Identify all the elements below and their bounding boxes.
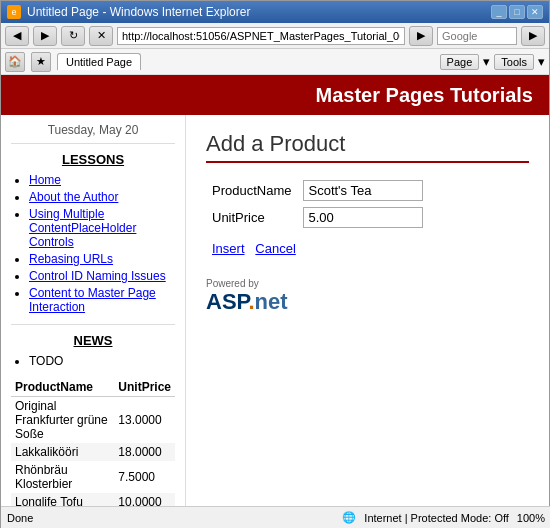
list-item: TODO bbox=[29, 354, 175, 368]
page-chevron-icon: ▾ bbox=[483, 54, 490, 69]
sidebar: Tuesday, May 20 LESSONS Home About the A… bbox=[1, 115, 186, 521]
zoom-level: 100% bbox=[517, 512, 545, 524]
lessons-title: LESSONS bbox=[11, 152, 175, 167]
tools-button[interactable]: Tools bbox=[494, 54, 534, 70]
header-title: Master Pages Tutorials bbox=[316, 84, 533, 107]
cancel-link[interactable]: Cancel bbox=[255, 241, 295, 256]
product-name-cell: Rhönbräu Klosterbier bbox=[11, 461, 114, 493]
home-link[interactable]: Home bbox=[29, 173, 61, 187]
back-btn[interactable]: ◀ bbox=[5, 26, 29, 46]
window-controls[interactable]: _ □ ✕ bbox=[491, 5, 543, 19]
content-wrapper: Tuesday, May 20 LESSONS Home About the A… bbox=[1, 115, 549, 521]
lessons-list: Home About the Author Using Multiple Con… bbox=[11, 173, 175, 314]
col-unitprice: UnitPrice bbox=[114, 378, 175, 397]
rebasing-link[interactable]: Rebasing URLs bbox=[29, 252, 113, 266]
ie-icon-status: 🌐 bbox=[342, 511, 356, 524]
go-btn[interactable]: ▶ bbox=[409, 26, 433, 46]
sidebar-divider bbox=[11, 324, 175, 325]
aspnet-logo: Powered by ASP.net bbox=[206, 278, 529, 315]
sidebar-date: Tuesday, May 20 bbox=[11, 123, 175, 144]
ie-icon: e bbox=[7, 5, 21, 19]
controlid-link[interactable]: Control ID Naming Issues bbox=[29, 269, 166, 283]
tab-area: Untitled Page bbox=[57, 53, 141, 70]
maximize-btn[interactable]: □ bbox=[509, 5, 525, 19]
news-list: TODO bbox=[11, 354, 175, 368]
form-actions: Insert Cancel bbox=[206, 239, 529, 258]
main-area: Add a Product ProductName UnitPrice Inse… bbox=[186, 115, 549, 521]
page-title: Add a Product bbox=[206, 131, 529, 163]
asp-text: ASP bbox=[206, 289, 248, 314]
product-price-cell: 18.0000 bbox=[114, 443, 175, 461]
unitprice-input[interactable] bbox=[303, 207, 423, 228]
status-left: Done bbox=[7, 512, 33, 524]
productname-input[interactable] bbox=[303, 180, 423, 201]
page-tab[interactable]: Untitled Page bbox=[57, 53, 141, 70]
toolbar: 🏠 ★ Untitled Page Page ▾ Tools ▾ bbox=[1, 49, 549, 75]
toolbar-right: Page ▾ Tools ▾ bbox=[440, 54, 545, 70]
title-bar-left: e Untitled Page - Windows Internet Explo… bbox=[7, 5, 250, 19]
minimize-btn[interactable]: _ bbox=[491, 5, 507, 19]
powered-by-text: Powered by bbox=[206, 278, 529, 289]
list-item: Content to Master Page Interaction bbox=[29, 286, 175, 314]
insert-link[interactable]: Insert bbox=[212, 241, 245, 256]
multiplaceholder-link[interactable]: Using Multiple ContentPlaceHolder Contro… bbox=[29, 207, 136, 249]
favorites-icon[interactable]: ★ bbox=[31, 52, 51, 72]
list-item: Using Multiple ContentPlaceHolder Contro… bbox=[29, 207, 175, 249]
close-btn[interactable]: ✕ bbox=[527, 5, 543, 19]
product-name-cell: Original Frankfurter grüne Soße bbox=[11, 397, 114, 444]
address-bar: ◀ ▶ ↻ ✕ ▶ ▶ bbox=[1, 23, 549, 49]
tools-chevron-icon: ▾ bbox=[538, 54, 545, 69]
product-price-cell: 13.0000 bbox=[114, 397, 175, 444]
search-input[interactable] bbox=[437, 27, 517, 45]
home-icon[interactable]: 🏠 bbox=[5, 52, 25, 72]
list-item: About the Author bbox=[29, 190, 175, 204]
net-text: net bbox=[255, 289, 288, 314]
aspnet-brand: ASP.net bbox=[206, 289, 529, 315]
unitprice-label: UnitPrice bbox=[206, 204, 297, 231]
productname-label: ProductName bbox=[206, 177, 297, 204]
list-item: Home bbox=[29, 173, 175, 187]
title-bar: e Untitled Page - Windows Internet Explo… bbox=[1, 1, 549, 23]
forward-btn[interactable]: ▶ bbox=[33, 26, 57, 46]
header-banner: Master Pages Tutorials bbox=[1, 75, 549, 115]
product-price-cell: 7.5000 bbox=[114, 461, 175, 493]
status-right: 🌐 Internet | Protected Mode: Off 100% bbox=[342, 511, 545, 524]
list-item: Rebasing URLs bbox=[29, 252, 175, 266]
author-link[interactable]: About the Author bbox=[29, 190, 118, 204]
news-title: NEWS bbox=[11, 333, 175, 348]
masterpage-link[interactable]: Content to Master Page Interaction bbox=[29, 286, 156, 314]
status-right-text: Internet | Protected Mode: Off bbox=[364, 512, 509, 524]
refresh-btn[interactable]: ↻ bbox=[61, 26, 85, 46]
add-product-form: ProductName UnitPrice bbox=[206, 177, 429, 231]
url-input[interactable] bbox=[117, 27, 405, 45]
window-title: Untitled Page - Windows Internet Explore… bbox=[27, 5, 250, 19]
page-button[interactable]: Page bbox=[440, 54, 480, 70]
stop-btn[interactable]: ✕ bbox=[89, 26, 113, 46]
product-name-cell: Lakkalikööri bbox=[11, 443, 114, 461]
list-item: Control ID Naming Issues bbox=[29, 269, 175, 283]
col-productname: ProductName bbox=[11, 378, 114, 397]
search-go-btn[interactable]: ▶ bbox=[521, 26, 545, 46]
status-bar: Done 🌐 Internet | Protected Mode: Off 10… bbox=[1, 506, 550, 528]
